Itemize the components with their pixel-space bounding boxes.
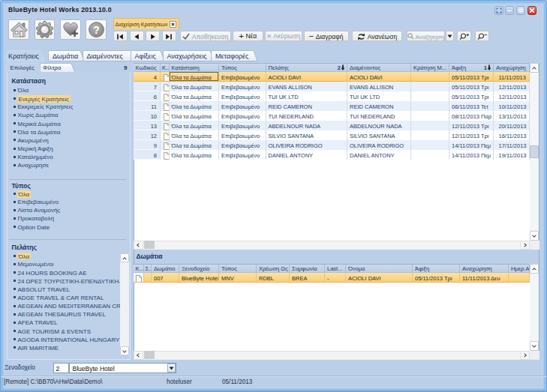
svg-text:?: ? (93, 24, 100, 36)
